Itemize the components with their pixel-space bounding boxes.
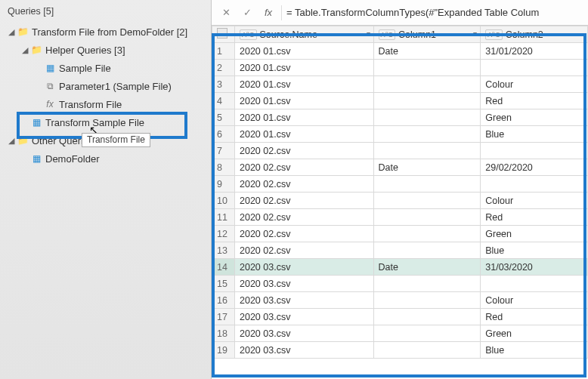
cell[interactable]: 2020 01.csv bbox=[235, 76, 374, 93]
cell[interactable] bbox=[373, 126, 481, 143]
tree-item[interactable]: ▦Transform Sample File bbox=[0, 113, 211, 131]
table-row[interactable]: 132020 02.csvBlue bbox=[212, 242, 588, 259]
cell[interactable]: Date bbox=[373, 159, 481, 176]
cell[interactable]: 2020 01.csv bbox=[235, 43, 374, 60]
cell[interactable] bbox=[373, 342, 481, 359]
expand-twisty-icon[interactable]: ◢ bbox=[6, 136, 17, 146]
table-row[interactable]: 142020 03.csvDate31/03/2020 bbox=[212, 259, 588, 276]
cell[interactable]: 2020 01.csv bbox=[235, 109, 374, 126]
row-number[interactable]: 15 bbox=[212, 276, 235, 292]
tree-item[interactable]: ◢📁Transform File from DemoFolder [2] bbox=[0, 23, 211, 41]
row-number[interactable]: 11 bbox=[212, 209, 235, 226]
cell[interactable]: 2020 02.csv bbox=[235, 176, 374, 193]
expand-twisty-icon[interactable]: ◢ bbox=[20, 45, 30, 55]
data-grid[interactable]: AᴮC Source.Name ▾ AᴮC Column1 ▾ bbox=[212, 26, 588, 359]
table-row[interactable]: 82020 02.csvDate29/02/2020 bbox=[212, 159, 588, 176]
row-number[interactable]: 4 bbox=[212, 93, 235, 109]
cell[interactable]: 2020 01.csv bbox=[235, 126, 374, 143]
row-number[interactable]: 7 bbox=[212, 143, 235, 159]
row-number[interactable]: 10 bbox=[212, 193, 235, 209]
row-number[interactable]: 3 bbox=[212, 76, 235, 93]
table-row[interactable]: 22020 01.csv bbox=[212, 60, 588, 76]
cell[interactable]: Green bbox=[481, 325, 588, 342]
fx-icon[interactable]: fx bbox=[258, 4, 278, 22]
table-row[interactable]: 42020 01.csvRed bbox=[212, 93, 588, 109]
table-row[interactable]: 102020 02.csvColour bbox=[212, 193, 588, 209]
cell[interactable]: 2020 03.csv bbox=[235, 342, 374, 359]
column-header-column2[interactable]: AᴮC Column2 bbox=[481, 26, 588, 43]
cell[interactable]: 29/02/2020 bbox=[481, 159, 588, 176]
row-number[interactable]: 9 bbox=[212, 176, 235, 193]
cell[interactable]: 2020 02.csv bbox=[235, 209, 374, 226]
cell[interactable]: 31/03/2020 bbox=[481, 259, 588, 276]
cell[interactable] bbox=[373, 60, 481, 76]
cell[interactable] bbox=[373, 292, 481, 309]
expand-twisty-icon[interactable]: ◢ bbox=[6, 27, 17, 37]
tree-item[interactable]: fxTransform File bbox=[0, 95, 211, 113]
cell[interactable] bbox=[373, 176, 481, 193]
table-row[interactable]: 52020 01.csvGreen bbox=[212, 109, 588, 126]
table-row[interactable]: 182020 03.csvGreen bbox=[212, 325, 588, 342]
cell[interactable]: Blue bbox=[481, 342, 588, 359]
row-number[interactable]: 1 bbox=[212, 43, 235, 60]
cell[interactable]: Colour bbox=[481, 76, 588, 93]
table-row[interactable]: 92020 02.csv bbox=[212, 176, 588, 193]
table-row[interactable]: 122020 02.csvGreen bbox=[212, 226, 588, 242]
row-number[interactable]: 16 bbox=[212, 292, 235, 309]
tree-item[interactable]: ⧉Parameter1 (Sample File) bbox=[0, 77, 211, 95]
formula-text[interactable]: = Table.TransformColumnTypes(#"Expanded … bbox=[286, 7, 539, 18]
cell[interactable]: 2020 03.csv bbox=[235, 309, 374, 325]
table-row[interactable]: 192020 03.csvBlue bbox=[212, 342, 588, 359]
cell[interactable]: 2020 02.csv bbox=[235, 226, 374, 242]
cell[interactable] bbox=[373, 76, 481, 93]
cell[interactable] bbox=[373, 109, 481, 126]
table-row[interactable]: 112020 02.csvRed bbox=[212, 209, 588, 226]
cell[interactable]: 31/01/2020 bbox=[481, 43, 588, 60]
cell[interactable]: Red bbox=[481, 209, 588, 226]
cell[interactable]: Blue bbox=[481, 126, 588, 143]
row-number[interactable]: 17 bbox=[212, 309, 235, 325]
table-row[interactable]: 152020 03.csv bbox=[212, 276, 588, 292]
cell[interactable] bbox=[481, 276, 588, 292]
cell[interactable] bbox=[373, 209, 481, 226]
dropdown-icon[interactable]: ▾ bbox=[367, 29, 370, 38]
cell[interactable] bbox=[373, 242, 481, 259]
table-row[interactable]: 32020 01.csvColour bbox=[212, 76, 588, 93]
table-row[interactable]: 72020 02.csv bbox=[212, 143, 588, 159]
table-row[interactable]: 162020 03.csvColour bbox=[212, 292, 588, 309]
cell[interactable]: Green bbox=[481, 226, 588, 242]
row-number[interactable]: 12 bbox=[212, 226, 235, 242]
row-number[interactable]: 8 bbox=[212, 159, 235, 176]
cell[interactable] bbox=[481, 60, 588, 76]
cell[interactable]: Blue bbox=[481, 242, 588, 259]
cell[interactable] bbox=[481, 176, 588, 193]
cell[interactable]: Date bbox=[373, 259, 481, 276]
tree-item[interactable]: ◢📁Helper Queries [3] bbox=[0, 41, 211, 59]
cell[interactable]: Red bbox=[481, 93, 588, 109]
cell[interactable]: 2020 01.csv bbox=[235, 60, 374, 76]
cell[interactable]: Green bbox=[481, 109, 588, 126]
row-number[interactable]: 14 bbox=[212, 259, 235, 276]
column-header-source-name[interactable]: AᴮC Source.Name ▾ bbox=[235, 26, 374, 43]
table-row[interactable]: 172020 03.csvRed bbox=[212, 309, 588, 325]
row-number[interactable]: 6 bbox=[212, 126, 235, 143]
column-header-column1[interactable]: AᴮC Column1 ▾ bbox=[373, 26, 481, 43]
row-number[interactable]: 18 bbox=[212, 325, 235, 342]
cell[interactable] bbox=[373, 309, 481, 325]
cell[interactable]: 2020 03.csv bbox=[235, 292, 374, 309]
cell[interactable]: 2020 02.csv bbox=[235, 242, 374, 259]
row-number[interactable]: 5 bbox=[212, 109, 235, 126]
cell[interactable]: Colour bbox=[481, 193, 588, 209]
cell[interactable]: 2020 03.csv bbox=[235, 325, 374, 342]
cell[interactable]: Date bbox=[373, 43, 481, 60]
tree-item[interactable]: ▦Sample File bbox=[0, 59, 211, 77]
tree-item[interactable]: ▦DemoFolder bbox=[0, 149, 211, 168]
tree-item[interactable]: ◢📁Other Queries [1] bbox=[0, 131, 211, 149]
cell[interactable]: 2020 02.csv bbox=[235, 159, 374, 176]
table-row[interactable]: 62020 01.csvBlue bbox=[212, 126, 588, 143]
cell[interactable]: 2020 03.csv bbox=[235, 259, 374, 276]
cell[interactable]: Colour bbox=[481, 292, 588, 309]
cell[interactable] bbox=[373, 193, 481, 209]
cell[interactable]: 2020 02.csv bbox=[235, 143, 374, 159]
cell[interactable] bbox=[373, 143, 481, 159]
